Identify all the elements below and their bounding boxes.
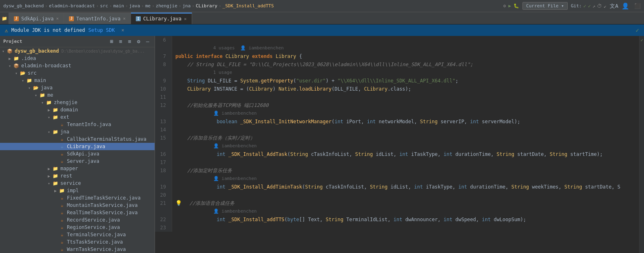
git-check-icon[interactable]: ✓: [583, 3, 586, 9]
tree-item-me[interactable]: ▾ 📁 me: [0, 91, 155, 99]
vcs-icon[interactable]: ⚙: [503, 3, 506, 9]
path-java[interactable]: java: [129, 3, 140, 9]
tab-tenantinfo-close[interactable]: ×: [123, 16, 126, 21]
tree-label-zhengjie: zhengjie: [54, 100, 77, 105]
sidebar-layout-icon[interactable]: ⊞: [108, 38, 115, 45]
tree-item-warn[interactable]: ▶ ☕ WarnTaskService.java: [0, 246, 155, 253]
ln-20: 20: [157, 191, 168, 199]
git-arrow-icon[interactable]: ↗: [593, 3, 595, 9]
tree-label-server: Server.java: [67, 158, 99, 164]
tab-bar: 📁 J SdkApi.java × J TenantInfo.java × I …: [0, 12, 644, 24]
author-2: iambenbenchen: [221, 142, 257, 150]
path-clibrary[interactable]: CLibrary: [196, 3, 217, 9]
tree-arrow-jna: ▾: [46, 129, 52, 135]
tree-item-record[interactable]: ▶ ☕ RecordService.java: [0, 216, 155, 224]
path-method[interactable]: _SDK_Install_addTTS: [223, 3, 274, 9]
tree-item-server[interactable]: ▶ ☕ Server.java: [0, 158, 155, 165]
tree-icon-eladmin: 📦: [13, 62, 20, 69]
path-zhengjie[interactable]: zhengjie: [156, 3, 177, 9]
user-icon[interactable]: 👤: [622, 2, 629, 10]
setup-sdk-link[interactable]: Setup SDK: [88, 27, 115, 33]
git-check2-icon[interactable]: ✓: [588, 3, 591, 9]
tree-item-eladmin[interactable]: ▾ 📦 eladmin-broadcast: [0, 62, 155, 69]
kw-public: public: [175, 52, 193, 60]
code-area[interactable]: 4 usages 👤 iambenbenchen public interfac…: [172, 36, 639, 232]
git-clock-icon[interactable]: ⏱: [597, 3, 602, 9]
tree-item-region[interactable]: ▶ ☕ RegionService.java: [0, 224, 155, 231]
ln-meta4: ·: [157, 142, 168, 150]
path-dysw[interactable]: dysw_gb_backend: [3, 3, 44, 9]
path-main[interactable]: main: [113, 3, 124, 9]
debug-icon[interactable]: 🐛: [513, 3, 519, 9]
sidebar-compact-icon[interactable]: ≡: [126, 38, 133, 45]
path-eladmin[interactable]: eladmin-broadcast: [49, 3, 95, 9]
type-int16b: int: [444, 150, 453, 158]
tree-item-impl[interactable]: ▶ 📁 impl: [0, 187, 155, 194]
method-addtask: _SDK_Install_AddTask: [228, 150, 288, 158]
notification-message: Module JDK is not defined: [11, 27, 85, 33]
sep1: ›: [45, 3, 48, 9]
tree-item-terminal[interactable]: ▶ ☕ TerminalService.java: [0, 231, 155, 238]
tree-item-clibrary[interactable]: ▶ ☕ CLibrary.java: [0, 143, 155, 150]
tree-item-java[interactable]: ▾ 📂 java: [0, 84, 155, 91]
tree-item-idea[interactable]: ▶ 📁 .idea: [0, 55, 155, 62]
tree-item-service[interactable]: ▾ 📁 service: [0, 180, 155, 187]
code-line-21: 💡 //添加语音合成任务: [175, 199, 636, 207]
sep2: ›: [96, 3, 99, 9]
sidebar-settings-icon[interactable]: ⚙: [135, 38, 142, 45]
run-icon[interactable]: ▶: [508, 3, 511, 9]
current-file-button[interactable]: Current File ▾: [522, 2, 568, 10]
maximize-icon[interactable]: ⬛: [634, 3, 641, 9]
tree-label-impl: impl: [67, 188, 79, 193]
sep6: ›: [152, 3, 155, 9]
tab-clibrary-close[interactable]: ×: [184, 16, 187, 22]
path-me[interactable]: me: [145, 3, 150, 9]
tree-item-mapper[interactable]: ▶ 📁 mapper: [0, 165, 155, 172]
translate-icon[interactable]: 文A: [610, 2, 618, 10]
tree-label-callback: CallbackTerminalStatus.java: [67, 136, 146, 142]
tree-item-callback[interactable]: ▶ ☕ CallbackTerminalStatus.java: [0, 135, 155, 143]
tree-item-fixed[interactable]: ▶ ☕ FixedTimeTaskService.java: [0, 194, 155, 202]
type-int1: int: [334, 118, 343, 126]
sidebar-minimize-icon[interactable]: —: [144, 38, 151, 45]
tree-item-tenantinfo[interactable]: ▶ ☕ TenantInfo.java: [0, 121, 155, 128]
tab-sdkapi[interactable]: J SdkApi.java ×: [9, 13, 64, 24]
tree-item-rest[interactable]: ▶ 📁 rest: [0, 172, 155, 180]
ln-meta1: ·: [157, 44, 168, 52]
git-down-icon[interactable]: ↙: [604, 3, 606, 9]
tree-label-warn: WarnTaskService.java: [67, 246, 126, 252]
tree-item-mountain[interactable]: ▶ ☕ MountainTaskService.java: [0, 202, 155, 209]
tree-item-realtime[interactable]: ▶ ☕ RealTimeTaskService.java: [0, 209, 155, 216]
method-load: loadLibrary: [299, 85, 331, 93]
tree-icon-warn: ☕: [59, 246, 65, 253]
tab-tenantinfo[interactable]: J TenantInfo.java ×: [64, 13, 131, 24]
project-tab-icon[interactable]: 📁: [2, 16, 7, 21]
sidebar-header: Project ⊞ ≡ ≡ ⚙ —: [0, 36, 155, 47]
tree-icon-realtime: ☕: [59, 209, 65, 216]
tree-item-main[interactable]: ▾ 📁 main: [0, 77, 155, 84]
tree-item-sdkapi[interactable]: ▶ ☕ SdkApi.java: [0, 150, 155, 158]
notification-close-icon[interactable]: ×: [121, 27, 124, 33]
type-int22b: int: [444, 215, 453, 224]
tree-item-src[interactable]: ▾ 📂 src: [0, 69, 155, 77]
tree-icon-ext: 📁: [52, 114, 59, 120]
tree-item-domain[interactable]: ▶ 📁 domain: [0, 106, 155, 113]
tree-item-ext[interactable]: ▾ 📁 ext: [0, 113, 155, 121]
tree-item-zhengjie[interactable]: ▾ 📁 zhengjie: [0, 99, 155, 106]
sidebar-list-icon[interactable]: ≡: [117, 38, 124, 45]
tree-item-jna[interactable]: ▾ 📁 jna: [0, 128, 155, 135]
ln-13: 13: [157, 118, 168, 126]
tree-item-root[interactable]: ▾ 📦 dysw_gb_backend D:\Benben\codes\java…: [0, 47, 155, 55]
tree-label-terminal: TerminalService.java: [67, 232, 126, 237]
path-jna[interactable]: jna: [182, 3, 190, 9]
tab-clibrary[interactable]: I CLibrary.java ×: [131, 13, 192, 24]
tree-item-tts[interactable]: ▶ ☕ TtsTaskService.java: [0, 238, 155, 246]
type-int-19: int: [217, 183, 226, 191]
path-src[interactable]: src: [100, 3, 108, 9]
tab-sdkapi-close[interactable]: ×: [56, 16, 59, 21]
ln-16: 16: [157, 150, 168, 158]
cls-clibrary2: CLibrary: [175, 85, 211, 93]
tree-icon-root: 📦: [7, 48, 13, 54]
code-editor[interactable]: 6 · 7 8 · 9 10 11 12 · 13 14 15 · 16 17 …: [155, 36, 639, 253]
tree-icon-fixed: ☕: [59, 195, 65, 201]
